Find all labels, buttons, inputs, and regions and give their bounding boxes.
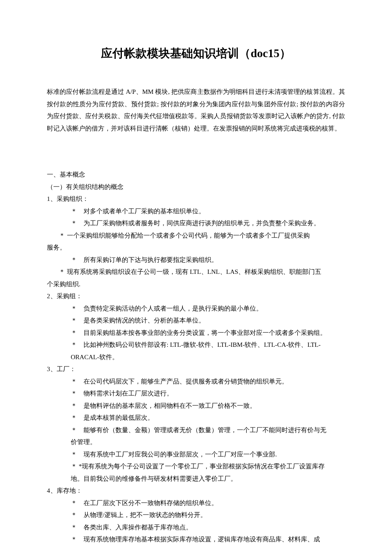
bullet-cont: 地。目前我公司的维修备件与研发材料需要进入零价工厂。 (71, 473, 345, 485)
item-1-bullets-2: ＊ 所有采购订单的下达与执行都要指定采购组织。 (47, 254, 345, 266)
bullet: ＊ 物料需求计划在工厂层次进行。 (71, 387, 345, 400)
bullet: ＊ 目前采购组基本按各事业部的业务分类设置，将一个事业部对应一个或者多个采购组。 (71, 327, 345, 339)
bullet: ＊ 现有系统中工厂对应我公司的事业部层次，一个工厂对应一个事业部. (71, 448, 345, 461)
bullet: ＊ 负责特定采购活动的个人或者一组人，是执行采购的最小单位。 (71, 302, 345, 315)
bullet: ＊ 比如神州数码公司软件部设有: LTL-微软-软件、LTL-IBM-软件、LT… (71, 339, 345, 351)
item-1-heading: 1、采购组织： (47, 193, 345, 205)
bullet: ＊ 在公司代码层次下，能够生产产品、提供服务或者分销货物的组织单元。 (71, 375, 345, 388)
bullet: ＊ 一个采购组织能够给分配给一个或者多个公司代码，能够为一个或者多个工厂提供采购 (47, 230, 345, 242)
bullet: ＊ 是各类采购情况的统计、分析的基本单位。 (71, 314, 345, 327)
item-2-bullets: ＊ 负责特定采购活动的个人或者一组人，是执行采购的最小单位。 ＊ 是各类采购情况… (47, 302, 345, 363)
page-title: 应付帐款模块基础知识培训（doc15） (47, 43, 345, 64)
bullet: ＊ 各类出库、入库操作都基于库存地点。 (71, 521, 345, 534)
section-1-heading: 一、基本概念 (47, 169, 345, 181)
item-2-heading: 2、采购组： (47, 290, 345, 302)
bullet: ＊ 是成本核算的最低层次。 (71, 412, 345, 424)
bullet: ＊ 是物料评估的基本层次，相同物料在不一致工厂价格不一致。 (71, 400, 345, 412)
title-close: ） (280, 47, 291, 60)
bullet: ＊ 在工厂层次下区分不一致物料存储的组织单位。 (71, 497, 345, 509)
item-4-bullets: ＊ 在工厂层次下区分不一致物料存储的组织单位。 ＊ 从物理/逻辑上，把不一致状态… (47, 497, 345, 546)
intro-paragraph: 标准的应付帐款流程是通过 A/P、MM 模块, 把供应商主数据作为明细科目进行未… (47, 86, 345, 134)
bullet-cont: 个采购组织. (47, 278, 345, 291)
title-docnum: doc15 (251, 47, 280, 60)
bullet-cont: 价管理。 (71, 436, 345, 448)
item-3-bullets: ＊ 在公司代码层次下，能够生产产品、提供服务或者分销货物的组织单元。 ＊ 物料需… (47, 375, 345, 485)
title-main: 应付帐款模块基础知识培训（ (101, 47, 251, 60)
bullet: ＊ 能够有价（数量、金额）管理或者无价（数量）管理，一个工厂不能同时进行有价与无 (71, 424, 345, 436)
bullet: ＊ 现有系统将采购组织设在子公司一级，现有 LTL、LNL、LAS、样板采购组织… (47, 266, 345, 278)
item-3-heading: 3、工厂： (47, 363, 345, 375)
item-1-bullets: ＊ 对多个或者单个工厂采购的基本组织单位。 ＊ 为工厂采购物料或者服务时，同供应… (47, 205, 345, 230)
bullet: ＊ 为工厂采购物料或者服务时，同供应商进行谈判的组织单元，并负责整个采购业务。 (71, 217, 345, 230)
subsection-1-1-heading: （一）有关组织结构的概念 (47, 181, 345, 193)
bullet: ＊ 对多个或者单个工厂采购的基本组织单位。 (71, 205, 345, 218)
bullet: ＊ *现有系统为每个子公司设置了一个零价工厂，事业部根据实际情况在零价工厂设置库… (71, 460, 345, 473)
bullet: ＊ 所有采购订单的下达与执行都要指定采购组织。 (71, 254, 345, 266)
item-4-heading: 4、库存地： (47, 485, 345, 497)
bullet: ＊ 从物理/逻辑上，把不一致状态的物料分开。 (71, 509, 345, 521)
bullet: ＊ 现有系统物理库存地基本根据实际库存地设置，逻辑库存地设有商品库、材料库、成 (71, 533, 345, 546)
bullet-cont: ORACAL-软件。 (71, 351, 345, 363)
bullet-cont: 服务。 (47, 241, 345, 254)
